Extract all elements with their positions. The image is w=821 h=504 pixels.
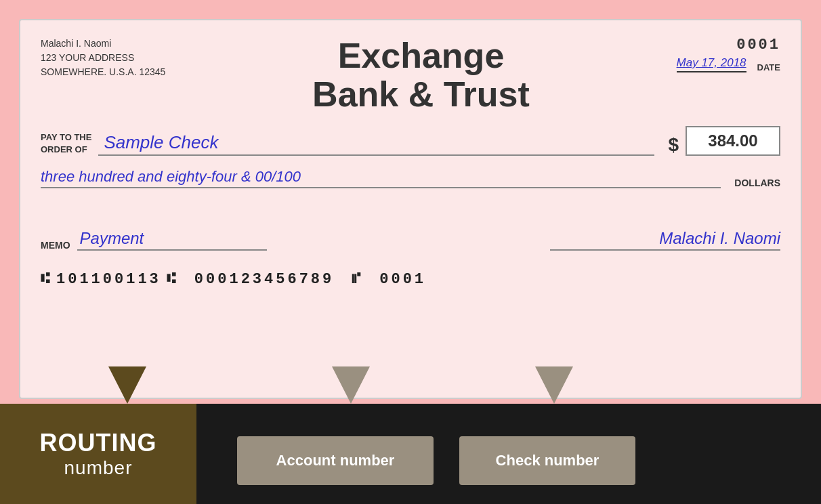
micr-check-number: 0001 <box>379 271 426 288</box>
date-value: May 17, 2018 <box>677 56 746 69</box>
micr-close1: ⑆ <box>167 271 177 288</box>
amount-box: 384.00 <box>686 126 780 156</box>
pay-to-value: Sample Check <box>98 132 654 156</box>
page-background: Malachi I. Naomi 123 YOUR ADDRESS SOMEWH… <box>0 0 821 504</box>
memo-value: Payment <box>77 229 267 251</box>
micr-equal: ⑈ <box>352 271 362 288</box>
check-address: Malachi I. Naomi 123 YOUR ADDRESS SOMEWH… <box>41 37 165 79</box>
dollar-sign: $ <box>668 134 679 156</box>
pay-to-label-line1: PAY TO THE <box>41 131 91 144</box>
account-number-label-block: Account number <box>237 436 434 485</box>
check-top-row: Malachi I. Naomi 123 YOUR ADDRESS SOMEWH… <box>41 37 780 114</box>
check-arrow <box>535 366 573 404</box>
micr-account-number: 000123456789 <box>194 271 334 288</box>
memo-row: MEMO Payment <box>41 229 267 251</box>
address-line1: Malachi I. Naomi <box>41 37 165 51</box>
pay-to-label-line2: ORDER OF <box>41 144 91 156</box>
memo-label: MEMO <box>41 240 70 251</box>
micr-open1: ⑆ <box>41 271 51 288</box>
routing-arrow <box>108 366 146 404</box>
pay-to-row: PAY TO THE ORDER OF Sample Check $ 384.0… <box>41 126 780 156</box>
signature-value: Malachi I. Naomi <box>550 229 780 251</box>
routing-label-top: ROUTING <box>40 429 157 457</box>
dollars-label: DOLLARS <box>734 177 780 188</box>
account-label-text: Account number <box>276 452 395 469</box>
amount-words-row: three hundred and eighty-four & 00/100 D… <box>41 168 780 188</box>
routing-label-bottom: number <box>64 457 133 479</box>
check-label-text: Check number <box>496 452 599 469</box>
account-arrow <box>332 366 370 404</box>
bank-name-line1: Exchange <box>179 37 662 75</box>
date-row: May 17, 2018 DATE <box>677 56 780 72</box>
check-number-top: 0001 <box>713 37 780 54</box>
bank-name-line2: Bank & Trust <box>179 75 662 114</box>
micr-line: ⑆ 101100113 ⑆ 000123456789 ⑈ 0001 <box>41 271 780 288</box>
address-line2: 123 YOUR ADDRESS <box>41 51 165 65</box>
check-number-label-block: Check number <box>459 436 635 485</box>
routing-number-block: ROUTING number <box>0 404 196 504</box>
address-line3: SOMEWHERE. U.S.A. 12345 <box>41 65 165 79</box>
pay-to-label: PAY TO THE ORDER OF <box>41 131 91 156</box>
check-document: Malachi I. Naomi 123 YOUR ADDRESS SOMEWH… <box>19 19 802 399</box>
amount-words: three hundred and eighty-four & 00/100 <box>41 168 721 188</box>
check-top-right: 0001 May 17, 2018 DATE <box>677 37 780 72</box>
memo-sig-row: MEMO Payment Malachi I. Naomi <box>41 209 780 251</box>
bank-name: Exchange Bank & Trust <box>179 37 662 114</box>
date-label: DATE <box>757 62 780 72</box>
micr-routing-number: 101100113 <box>56 271 161 288</box>
date-container: May 17, 2018 <box>677 56 746 72</box>
